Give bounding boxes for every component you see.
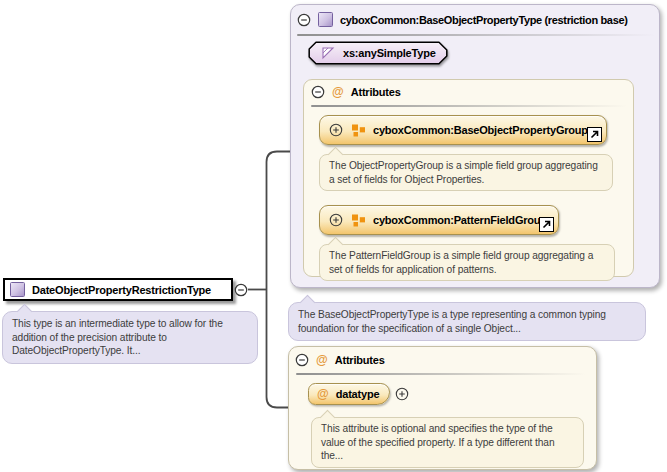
attributes-collapse-toggle[interactable]: [311, 85, 325, 99]
group-description-note: The PatternFieldGroup is a simple field …: [319, 244, 615, 281]
attribute-description-text: This attribute is optional and specifies…: [321, 422, 574, 463]
root-annotation-text: This type is an intermediate type to all…: [12, 317, 248, 358]
root-annotation-note: This type is an intermediate type to all…: [2, 311, 258, 364]
base-panel-collapse-toggle[interactable]: [297, 13, 311, 27]
attributes-header-label: Attributes: [351, 86, 401, 98]
base-panel-title: cyboxCommon:BaseObjectPropertyType (rest…: [340, 14, 628, 26]
attributes-collapse-toggle[interactable]: [295, 353, 309, 367]
group-label: cyboxCommon:BaseObjectPropertyGroup: [373, 124, 588, 136]
attribute-badge-datatype[interactable]: @ datatype: [308, 383, 390, 405]
base-type-annotation-text: The BaseObjectPropertyType is a type rep…: [298, 308, 636, 335]
attribute-group-icon: [351, 123, 365, 137]
group-expand-toggle[interactable]: [329, 123, 343, 137]
plus-toggle-icon: [395, 387, 409, 401]
header-separator: [296, 373, 586, 375]
minus-toggle-icon: [295, 353, 309, 367]
external-link-icon[interactable]: [539, 217, 554, 232]
base-type-panel: cyboxCommon:BaseObjectPropertyType (rest…: [290, 4, 660, 288]
attributes-header: @ Attributes: [311, 85, 401, 99]
base-simple-type-badge[interactable]: xs:anySimpleType: [308, 41, 448, 65]
attribute-group-badge[interactable]: cyboxCommon:PatternFieldGroup: [319, 205, 559, 235]
plus-toggle-icon: [329, 123, 343, 137]
xsd-diagram-canvas: DateObjectPropertyRestrictionType This t…: [0, 0, 667, 472]
root-type-label: DateObjectPropertyRestrictionType: [32, 284, 211, 296]
root-collapse-toggle[interactable]: [234, 283, 248, 297]
header-separator: [311, 105, 627, 107]
group-expand-toggle[interactable]: [329, 213, 343, 227]
complex-type-icon: [318, 12, 333, 27]
own-attributes-panel: @ Attributes @ datatype This attribute i…: [288, 346, 597, 470]
simple-type-label: xs:anySimpleType: [343, 47, 436, 59]
attribute-description-note: This attribute is optional and specifies…: [311, 417, 584, 468]
at-icon: @: [332, 86, 344, 98]
attribute-group-icon: [351, 213, 365, 227]
root-type-node[interactable]: DateObjectPropertyRestrictionType: [3, 278, 233, 301]
at-icon: @: [317, 388, 329, 400]
attribute-group-badge[interactable]: cyboxCommon:BaseObjectPropertyGroup: [319, 115, 607, 145]
group-description-note: The ObjectPropertyGroup is a simple fiel…: [319, 154, 613, 191]
minus-toggle-icon: [311, 85, 325, 99]
attributes-header: @ Attributes: [295, 353, 385, 367]
attributes-header-label: Attributes: [335, 354, 385, 366]
base-panel-header: cyboxCommon:BaseObjectPropertyType (rest…: [297, 12, 628, 27]
minus-toggle-icon: [234, 283, 248, 297]
header-separator: [297, 34, 655, 36]
complex-type-icon: [10, 282, 25, 297]
group-description-text: The ObjectPropertyGroup is a simple fiel…: [329, 159, 603, 186]
base-attributes-box: @ Attributes: [303, 79, 634, 277]
attribute-name: datatype: [336, 388, 380, 400]
attribute-expand-toggle[interactable]: [395, 387, 409, 401]
simple-type-icon: [321, 46, 335, 60]
base-type-annotation-note: The BaseObjectPropertyType is a type rep…: [288, 302, 646, 341]
external-link-icon[interactable]: [587, 127, 602, 142]
group-label: cyboxCommon:PatternFieldGroup: [373, 214, 547, 226]
group-description-text: The PatternFieldGroup is a simple field …: [329, 249, 605, 276]
plus-toggle-icon: [329, 213, 343, 227]
minus-toggle-icon: [297, 13, 311, 27]
at-icon: @: [316, 354, 328, 366]
